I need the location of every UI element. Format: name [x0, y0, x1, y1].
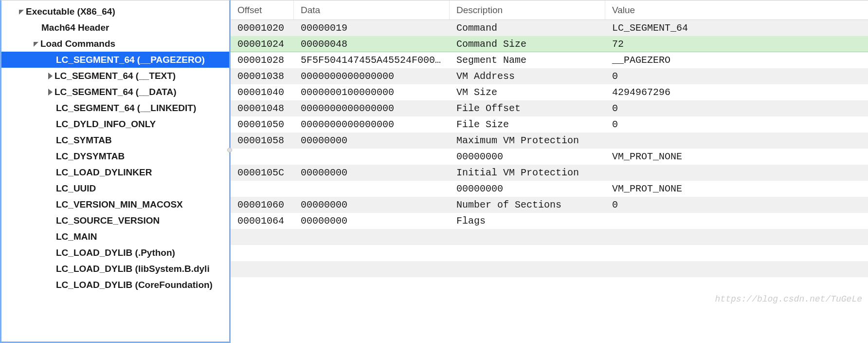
splitter-handle[interactable]: [227, 148, 232, 152]
disclosure-spacer: [48, 105, 54, 111]
tree-item[interactable]: LC_VERSION_MIN_MACOSX: [1, 196, 229, 212]
cell-value: [605, 268, 868, 270]
tree-item-label: LC_SEGMENT_64 (__DATA): [54, 87, 177, 97]
tree-item[interactable]: Load Commands: [1, 36, 229, 52]
table-row[interactable]: 000010480000000000000000File Offset0: [231, 100, 868, 116]
cell-offset: [231, 156, 294, 158]
tree-item-label: LC_SEGMENT_64 (__PAGEZERO): [56, 55, 205, 65]
tree-item[interactable]: Executable (X86_64): [1, 3, 229, 19]
disclosure-closed-icon[interactable]: [48, 89, 53, 95]
cell-data: 0000000100000000: [294, 86, 450, 99]
cell-description: Number of Sections: [450, 198, 605, 211]
table-row[interactable]: [231, 245, 868, 261]
table-row[interactable]: 0000105C00000000Initial VM Protection: [231, 165, 868, 181]
cell-value: 0: [605, 102, 868, 115]
tree-container: Executable (X86_64)Mach64 HeaderLoad Com…: [1, 0, 229, 293]
cell-data: [294, 285, 450, 286]
tree-item-label: LC_SEGMENT_64 (__TEXT): [54, 71, 176, 81]
cell-description: Initial VM Protection: [450, 166, 605, 179]
table-row[interactable]: [231, 277, 868, 293]
tree-item-label: LC_LOAD_DYLINKER: [56, 167, 152, 178]
table-row[interactable]: [231, 229, 868, 245]
cell-description: File Offset: [450, 102, 605, 115]
tree-item[interactable]: LC_MAIN: [1, 229, 229, 245]
tree-item[interactable]: LC_SOURCE_VERSION: [1, 212, 229, 229]
tree-item[interactable]: LC_DYLD_INFO_ONLY: [1, 116, 229, 132]
cell-offset: 0000105C: [231, 166, 294, 179]
cell-data: [294, 236, 450, 238]
cell-description: 00000000: [450, 150, 605, 163]
tree-item[interactable]: LC_LOAD_DYLINKER: [1, 164, 229, 180]
watermark-text: https://blog.csdn.net/TuGeLe: [715, 294, 862, 304]
disclosure-spacer: [34, 25, 39, 31]
tree-item[interactable]: LC_DYSYMTAB: [1, 148, 229, 164]
table-row[interactable]: 0000106000000000Number of Sections0: [231, 197, 868, 213]
table-row[interactable]: [231, 261, 868, 277]
tree-item[interactable]: LC_UUID: [1, 180, 229, 196]
table-row[interactable]: 000010285F5F504147455A45524F000…Segment …: [231, 52, 868, 68]
disclosure-spacer: [48, 186, 54, 191]
disclosure-closed-icon[interactable]: [48, 73, 53, 79]
disclosure-open-icon[interactable]: [19, 10, 24, 15]
cell-offset: [231, 188, 294, 190]
tree-item-label: Load Commands: [40, 38, 115, 49]
column-header-value[interactable]: Value: [605, 0, 868, 19]
tree-item[interactable]: Mach64 Header: [1, 19, 229, 36]
table-row[interactable]: 00000000VM_PROT_NONE: [231, 149, 868, 165]
cell-value: LC_SEGMENT_64: [605, 21, 868, 35]
tree-item[interactable]: LC_LOAD_DYLIB (.Python): [1, 245, 229, 261]
table-row[interactable]: 00000000VM_PROT_NONE: [231, 181, 868, 197]
cell-value: [605, 236, 868, 238]
cell-value: 0: [605, 118, 868, 131]
table-row[interactable]: 0000106400000000Flags: [231, 213, 868, 229]
cell-data: 5F5F504147455A45524F000…: [294, 54, 450, 67]
column-header-offset[interactable]: Offset: [231, 0, 294, 19]
cell-data: 00000000: [294, 166, 450, 179]
cell-offset: 00001058: [231, 134, 294, 147]
column-header-description[interactable]: Description: [450, 0, 605, 19]
table-body: 0000102000000019CommandLC_SEGMENT_640000…: [231, 20, 868, 293]
table-row[interactable]: 000010380000000000000000VM Address0: [231, 68, 868, 84]
cell-value: [605, 252, 868, 254]
sidebar-tree: Executable (X86_64)Mach64 HeaderLoad Com…: [0, 0, 231, 343]
table-row[interactable]: 0000102000000019CommandLC_SEGMENT_64: [231, 20, 868, 36]
tree-item[interactable]: LC_SYMTAB: [1, 132, 229, 148]
tree-item-label: LC_DYLD_INFO_ONLY: [56, 119, 156, 130]
tree-item-label: LC_LOAD_DYLIB (CoreFoundation): [56, 280, 213, 290]
cell-description: [450, 236, 605, 238]
cell-value: VM_PROT_NONE: [605, 182, 868, 195]
tree-item[interactable]: LC_SEGMENT_64 (__TEXT): [1, 68, 229, 84]
cell-offset: 00001020: [231, 21, 294, 35]
cell-data: [294, 188, 450, 190]
cell-value: [605, 140, 868, 142]
cell-description: [450, 268, 605, 270]
detail-panel: Offset Data Description Value 0000102000…: [231, 0, 868, 343]
tree-item[interactable]: LC_LOAD_DYLIB (CoreFoundation): [1, 277, 229, 293]
disclosure-spacer: [48, 57, 54, 63]
table-row[interactable]: 000010400000000100000000VM Size429496729…: [231, 84, 868, 100]
cell-data: 00000000: [294, 214, 450, 228]
table-row[interactable]: 0000105800000000Maximum VM Protection: [231, 133, 868, 149]
column-header-data[interactable]: Data: [294, 0, 450, 19]
tree-item[interactable]: LC_SEGMENT_64 (__DATA): [1, 84, 229, 100]
disclosure-spacer: [48, 170, 54, 175]
table-row[interactable]: 000010500000000000000000File Size0: [231, 116, 868, 133]
tree-item[interactable]: LC_SEGMENT_64 (__LINKEDIT): [1, 100, 229, 116]
cell-offset: [231, 285, 294, 286]
cell-offset: 00001040: [231, 86, 294, 99]
disclosure-spacer: [48, 153, 54, 159]
tree-item-label: LC_SOURCE_VERSION: [56, 215, 160, 226]
disclosure-spacer: [48, 218, 54, 224]
table-header: Offset Data Description Value: [231, 0, 868, 20]
table-row[interactable]: 0000102400000048Command Size72: [231, 36, 868, 52]
tree-item[interactable]: LC_SEGMENT_64 (__PAGEZERO): [1, 52, 229, 68]
cell-offset: [231, 252, 294, 254]
disclosure-spacer: [48, 282, 54, 288]
tree-item-label: Mach64 Header: [41, 22, 109, 33]
disclosure-spacer: [48, 202, 54, 208]
cell-data: 00000048: [294, 38, 450, 51]
disclosure-open-icon[interactable]: [34, 42, 38, 47]
cell-description: [450, 285, 605, 286]
disclosure-spacer: [48, 234, 54, 240]
tree-item[interactable]: LC_LOAD_DYLIB (libSystem.B.dyli: [1, 261, 229, 277]
